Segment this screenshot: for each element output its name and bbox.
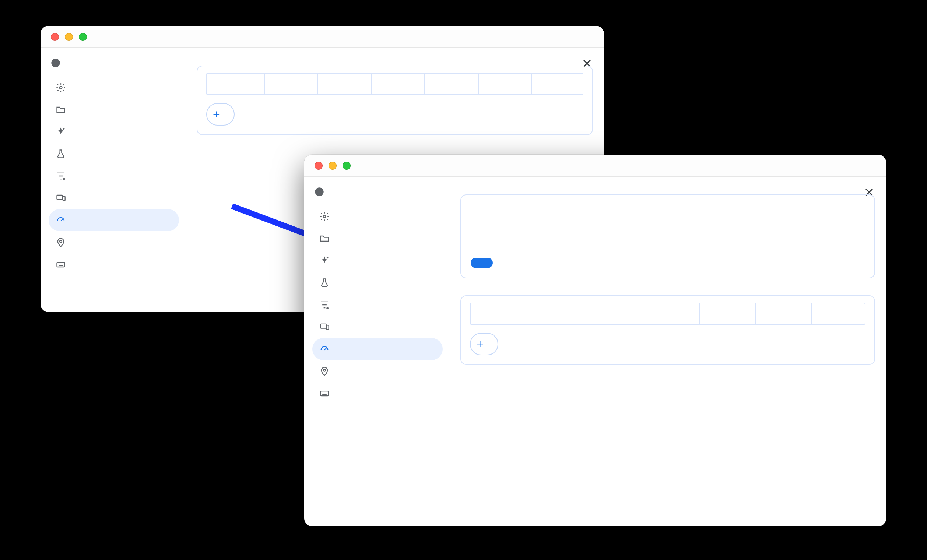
sidebar-item-devices[interactable] (312, 316, 443, 338)
svg-rect-20 (321, 391, 328, 396)
plus-icon: + (477, 337, 483, 351)
sparkle-icon (55, 126, 66, 137)
svg-point-15 (324, 216, 326, 218)
devices-icon (55, 193, 66, 203)
svg-point-14 (318, 190, 321, 193)
sparkle-icon (319, 255, 330, 266)
svg-point-4 (60, 87, 62, 89)
svg-rect-6 (57, 195, 62, 200)
sidebar-item-shortcuts[interactable] (312, 382, 443, 404)
profile-down-cell (532, 304, 587, 324)
gauge-icon (55, 215, 66, 226)
sidebar-item-preferences[interactable] (312, 205, 443, 228)
filter-x-icon (55, 170, 66, 182)
profile-up-cell (587, 304, 643, 324)
profile-queue-cell (479, 74, 532, 94)
minimize-window-button[interactable] (328, 162, 337, 170)
network-throttling-card: + (460, 295, 875, 365)
svg-point-19 (324, 369, 325, 372)
gear-icon (319, 211, 330, 222)
add-profile-button[interactable]: + (470, 333, 498, 355)
network-throttling-card: + (197, 65, 593, 135)
profile-up-cell (318, 74, 372, 94)
recalibrate-button[interactable] (471, 258, 493, 268)
sidebar-item-shortcuts[interactable] (49, 253, 179, 275)
svg-point-5 (63, 128, 65, 130)
profile-latency-cell (372, 74, 425, 94)
devtools-icon (314, 186, 325, 197)
cpu-preset-mid (461, 229, 874, 250)
gear-icon (55, 82, 66, 93)
sidebar-item-ignore-list[interactable] (312, 294, 443, 316)
cpu-throttling-description (461, 204, 874, 208)
sidebar-item-ai[interactable] (49, 121, 179, 143)
location-icon (319, 366, 330, 376)
sidebar-item-locations[interactable] (312, 360, 443, 382)
svg-rect-9 (57, 262, 65, 267)
plus-icon: + (213, 108, 220, 121)
minimize-window-button[interactable] (65, 33, 73, 41)
flask-icon (319, 277, 330, 288)
sidebar-item-preferences[interactable] (49, 77, 179, 99)
throttling-profile-row[interactable] (470, 303, 866, 325)
profile-state-cell (812, 304, 865, 324)
sidebar-item-ai[interactable] (312, 250, 443, 272)
profile-loss-cell (425, 74, 479, 94)
titlebar (304, 155, 886, 177)
folder-icon (55, 104, 66, 115)
cpu-throttling-card (460, 194, 875, 278)
flask-icon (55, 149, 66, 159)
svg-rect-17 (321, 324, 326, 328)
sidebar-item-devices[interactable] (49, 187, 179, 209)
sidebar-item-locations[interactable] (49, 231, 179, 253)
titlebar (41, 26, 604, 48)
sidebar-item-throttling[interactable] (49, 209, 179, 231)
svg-point-3 (54, 61, 57, 64)
sidebar-item-ignore-list[interactable] (49, 165, 179, 187)
svg-point-16 (327, 257, 328, 259)
svg-point-8 (60, 240, 62, 243)
svg-rect-18 (327, 325, 329, 329)
profile-loss-cell (700, 304, 756, 324)
profile-down-cell (265, 74, 318, 94)
profile-queue-cell (756, 304, 812, 324)
profile-latency-cell (643, 304, 699, 324)
settings-sidebar (41, 48, 184, 312)
add-profile-button[interactable]: + (206, 103, 235, 126)
keyboard-icon (319, 388, 330, 399)
svg-rect-7 (63, 196, 65, 201)
sidebar-item-throttling[interactable] (312, 338, 443, 360)
cpu-preset-low (461, 208, 874, 229)
filter-x-icon (319, 299, 330, 310)
profile-name-cell (207, 74, 265, 94)
window-controls (315, 162, 351, 170)
profile-state-cell (532, 74, 583, 94)
window-controls (51, 33, 87, 41)
profile-name-cell (471, 304, 532, 324)
sidebar-item-experiments[interactable] (49, 143, 179, 165)
sidebar-item-workspace[interactable] (49, 99, 179, 121)
zoom-window-button[interactable] (342, 162, 351, 170)
throttling-profile-row[interactable] (206, 73, 584, 95)
devtools-window-after: + (304, 155, 886, 527)
keyboard-icon (55, 259, 66, 270)
devices-icon (319, 322, 330, 332)
close-window-button[interactable] (315, 162, 323, 170)
zoom-window-button[interactable] (79, 33, 87, 41)
folder-icon (319, 233, 330, 244)
settings-sidebar (304, 177, 448, 527)
devtools-icon (50, 58, 61, 68)
sidebar-item-workspace[interactable] (312, 228, 443, 250)
gauge-icon (319, 343, 330, 355)
location-icon (55, 237, 66, 248)
close-window-button[interactable] (51, 33, 59, 41)
settings-content: + (448, 177, 886, 527)
sidebar-item-experiments[interactable] (312, 272, 443, 294)
